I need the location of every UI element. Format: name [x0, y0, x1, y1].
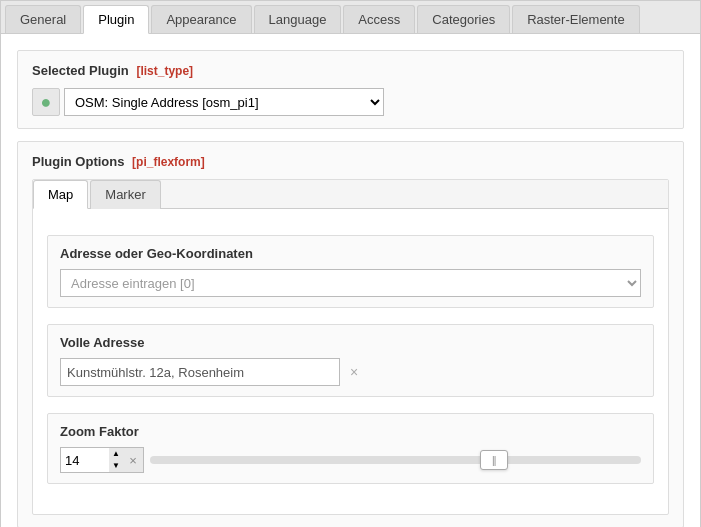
tab-appearance[interactable]: Appearance — [151, 5, 251, 33]
address-label: Adresse oder Geo-Koordinaten — [60, 246, 641, 261]
content-area: Selected Plugin [list_type] ● OSM: Singl… — [1, 34, 700, 527]
tab-general[interactable]: General — [5, 5, 81, 33]
tab-access[interactable]: Access — [343, 5, 415, 33]
volle-adresse-field-group: Volle Adresse × — [47, 324, 654, 397]
zoom-row: ▲ ▼ × — [60, 447, 641, 473]
plugin-options-title: Plugin Options [pi_flexform] — [32, 154, 669, 169]
plugin-select[interactable]: OSM: Single Address [osm_pi1] — [64, 88, 384, 116]
slider-wrap — [150, 456, 641, 464]
zoom-input[interactable] — [61, 448, 109, 472]
selected-plugin-badge: [list_type] — [136, 64, 193, 78]
sub-tab-content: Adresse oder Geo-Koordinaten Adresse ein… — [33, 221, 668, 514]
plugin-select-row: ● OSM: Single Address [osm_pi1] — [32, 88, 669, 116]
zoom-faktor-label: Zoom Faktor — [60, 424, 641, 439]
address-field-group: Adresse oder Geo-Koordinaten Adresse ein… — [47, 235, 654, 308]
tab-categories[interactable]: Categories — [417, 5, 510, 33]
user-icon: ● — [32, 88, 60, 116]
tab-bar: General Plugin Appearance Language Acces… — [1, 1, 700, 34]
address-select[interactable]: Adresse eintragen [0] — [60, 269, 641, 297]
volle-adresse-clear-button[interactable]: × — [344, 362, 364, 382]
address-dropdown: Adresse eintragen [0] — [60, 269, 641, 297]
zoom-spin-up[interactable]: ▲ — [109, 448, 123, 460]
main-window: General Plugin Appearance Language Acces… — [0, 0, 701, 527]
tab-raster-elemente[interactable]: Raster-Elemente — [512, 5, 640, 33]
sub-tab-bar: Map Marker — [33, 180, 668, 209]
plugin-options-inner: Map Marker Adresse oder Geo-Koordinaten … — [32, 179, 669, 515]
slider-track — [150, 456, 641, 464]
volle-adresse-input-row: × — [60, 358, 641, 386]
zoom-faktor-field-group: Zoom Faktor ▲ ▼ × — [47, 413, 654, 484]
plugin-options-section: Plugin Options [pi_flexform] Map Marker … — [17, 141, 684, 527]
slider-thumb[interactable] — [480, 450, 508, 470]
tab-language[interactable]: Language — [254, 5, 342, 33]
zoom-spinners: ▲ ▼ — [109, 448, 123, 472]
tab-plugin[interactable]: Plugin — [83, 5, 149, 34]
sub-tab-marker[interactable]: Marker — [90, 180, 160, 209]
selected-plugin-section: Selected Plugin [list_type] ● OSM: Singl… — [17, 50, 684, 129]
zoom-clear-button[interactable]: × — [123, 448, 143, 472]
plugin-options-badge: [pi_flexform] — [132, 155, 205, 169]
person-icon: ● — [41, 92, 52, 113]
zoom-spin-down[interactable]: ▼ — [109, 460, 123, 472]
zoom-input-wrap: ▲ ▼ × — [60, 447, 144, 473]
volle-adresse-input[interactable] — [60, 358, 340, 386]
sub-tab-map[interactable]: Map — [33, 180, 88, 209]
selected-plugin-title: Selected Plugin [list_type] — [32, 63, 669, 78]
volle-adresse-label: Volle Adresse — [60, 335, 641, 350]
